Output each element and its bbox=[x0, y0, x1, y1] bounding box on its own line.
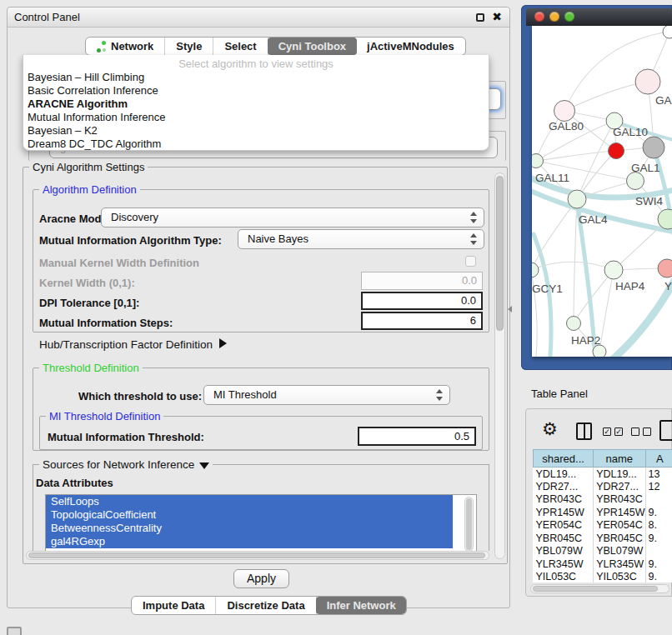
table-row[interactable]: YDR27...YDR27...12 bbox=[534, 480, 672, 493]
tab-jactivemnodules[interactable]: jActiveMNodules bbox=[356, 38, 465, 55]
graph-node[interactable] bbox=[593, 345, 606, 357]
sources-group-title[interactable]: Sources for Network Inference bbox=[39, 458, 213, 471]
node-label: GCY1 bbox=[532, 282, 563, 295]
combo-stepper-icon bbox=[435, 389, 443, 401]
checked-checkbox-icon[interactable]: ✓ bbox=[603, 428, 611, 436]
graph-node-hap2[interactable] bbox=[567, 317, 581, 331]
algorithm-option[interactable]: Basic Correlation Inference bbox=[23, 84, 489, 98]
table-row[interactable]: YPR145WYPR145W9. bbox=[534, 506, 672, 519]
table-horizontal-scrollbar[interactable] bbox=[530, 584, 669, 593]
node-label: GAL4 bbox=[579, 213, 608, 226]
graph-node-swi4[interactable] bbox=[658, 209, 672, 229]
gear-icon[interactable]: ⚙ bbox=[542, 419, 558, 439]
algorithm-dropdown-popup: Select algorithm to view settings Bayesi… bbox=[23, 55, 489, 151]
network-canvas[interactable]: GALGAL80GAL10GAL1GAL11SWI4GAL4GCY1HAP4YH… bbox=[532, 26, 672, 357]
graph-node-gal80[interactable] bbox=[554, 101, 575, 122]
tab-infer-network[interactable]: Infer Network bbox=[316, 597, 407, 614]
hub-definition-toggle[interactable]: Hub/Transcription Factor Definition bbox=[39, 338, 227, 351]
close-traffic-icon[interactable] bbox=[534, 12, 544, 22]
node-label: SWI4 bbox=[635, 195, 663, 208]
close-icon[interactable]: ✖ bbox=[492, 10, 502, 23]
mi-algorithm-type-combo[interactable]: Naive Bayes bbox=[238, 229, 484, 249]
columns-icon[interactable] bbox=[576, 422, 592, 440]
dpi-tolerance-field[interactable]: 0.0 bbox=[361, 292, 483, 310]
settings-horizontal-scrollbar[interactable] bbox=[26, 551, 489, 560]
table-row[interactable]: YBL079WYBL079W bbox=[534, 545, 672, 558]
panel-title: Control Panel bbox=[14, 11, 80, 23]
checked-checkbox-icon[interactable]: ✓ bbox=[614, 428, 623, 436]
splitter-collapse-icon[interactable] bbox=[508, 306, 512, 312]
tab-select[interactable]: Select bbox=[213, 38, 268, 55]
tab-discretize-data[interactable]: Discretize Data bbox=[216, 597, 316, 614]
table-row[interactable]: YBR043CYBR043C bbox=[534, 493, 672, 507]
apply-button[interactable]: Apply bbox=[233, 569, 289, 588]
aracne-mode-combo[interactable]: Discovery bbox=[101, 208, 484, 228]
table-row[interactable]: YIL053CYIL053C9. bbox=[534, 571, 672, 583]
table-header-row[interactable]: shared... name A bbox=[534, 450, 672, 468]
tab-cyni-toolbox[interactable]: Cyni Toolbox bbox=[268, 38, 357, 55]
algorithm-option[interactable]: Dream8 DC_TDC Algorithm bbox=[23, 138, 489, 151]
mi-threshold-label: Mutual Information Threshold: bbox=[48, 431, 204, 443]
attribute-list-item[interactable]: TopologicalCoefficient bbox=[46, 508, 453, 522]
which-threshold-label: Which threshold to use: bbox=[78, 390, 202, 402]
algorithm-option[interactable]: Bayesian – Hill Climbing bbox=[23, 71, 489, 84]
column-name[interactable]: name bbox=[594, 450, 645, 468]
tab-network[interactable]: Network bbox=[86, 38, 165, 55]
node-table-viewport: shared... name A YDL19...YDL19...13YDR27… bbox=[533, 449, 672, 582]
list-scrollbar[interactable] bbox=[464, 497, 474, 552]
graph-node[interactable] bbox=[663, 26, 672, 38]
table-row[interactable]: YER054CYER054C8. bbox=[534, 519, 672, 532]
table-row[interactable]: YDL19...YDL19...13 bbox=[534, 468, 672, 481]
column-partial[interactable]: A bbox=[645, 450, 672, 468]
graph-node-gal1[interactable] bbox=[627, 172, 644, 190]
table-row[interactable]: YBR045CYBR045C9. bbox=[534, 532, 672, 545]
table-row[interactable]: YLR345WYLR345W9. bbox=[534, 558, 672, 571]
combo-stepper-icon bbox=[469, 233, 477, 245]
dpi-tolerance-label: DPI Tolerance [0,1]: bbox=[39, 297, 139, 309]
graph-node[interactable] bbox=[643, 137, 664, 158]
settings-vertical-scrollbar[interactable] bbox=[494, 172, 505, 559]
attribute-list-item[interactable]: gal4RGexp bbox=[46, 535, 453, 548]
zoom-traffic-icon[interactable] bbox=[564, 12, 574, 22]
mi-steps-field[interactable]: 6 bbox=[361, 312, 483, 330]
algorithm-option-list: Bayesian – Hill ClimbingBasic Correlatio… bbox=[23, 71, 489, 150]
minimized-panel-icon[interactable] bbox=[7, 627, 22, 635]
control-panel-titlebar: Control Panel ✖ bbox=[8, 8, 509, 28]
graph-node-gcy1[interactable] bbox=[532, 262, 539, 278]
float-window-icon[interactable] bbox=[476, 13, 484, 22]
kernel-width-field[interactable]: 0.0 bbox=[361, 272, 483, 290]
algorithm-option[interactable]: Bayesian – K2 bbox=[23, 124, 489, 138]
minimize-traffic-icon[interactable] bbox=[549, 12, 559, 22]
table-panel: ⚙ ✓ ✓ shared... name A YDL19...YDL19...1… bbox=[525, 408, 672, 597]
column-shared-name[interactable]: shared... bbox=[534, 450, 594, 468]
nodes[interactable] bbox=[532, 26, 672, 357]
attribute-list-item[interactable]: BetweennessCentrality bbox=[46, 522, 453, 535]
manual-kernel-checkbox[interactable] bbox=[465, 256, 476, 267]
algorithm-option[interactable]: ARACNE Algorithm bbox=[23, 98, 489, 111]
data-attributes-label: Data Attributes bbox=[36, 477, 113, 489]
network-icon bbox=[97, 41, 107, 52]
graph-node-gal[interactable] bbox=[635, 69, 660, 94]
algorithm-option[interactable]: Mutual Information Inference bbox=[23, 111, 489, 124]
graph-node-y[interactable] bbox=[658, 259, 672, 278]
combo-stepper-icon bbox=[469, 212, 477, 223]
node-table[interactable]: shared... name A YDL19...YDL19...13YDR27… bbox=[533, 449, 672, 582]
mi-algorithm-type-label: Mutual Information Algorithm Type: bbox=[39, 234, 222, 247]
which-threshold-combo[interactable]: MI Threshold bbox=[203, 385, 450, 405]
unchecked-checkbox-icon[interactable] bbox=[631, 428, 639, 436]
node-label: GAL11 bbox=[535, 172, 569, 184]
tab-impute-data[interactable]: Impute Data bbox=[132, 597, 216, 614]
data-attributes-list[interactable]: SelfLoopsTopologicalCoefficientBetweenne… bbox=[45, 494, 477, 553]
algorithm-dropdown-placeholder: Select algorithm to view settings bbox=[23, 55, 489, 71]
graph-node-gal11[interactable] bbox=[532, 154, 544, 168]
kernel-width-label: Kernel Width (0,1): bbox=[39, 277, 135, 289]
graph-node[interactable] bbox=[609, 143, 624, 159]
graph-node-gal4[interactable] bbox=[568, 190, 586, 208]
mi-threshold-field[interactable]: 0.5 bbox=[358, 427, 476, 446]
table-file-icon[interactable] bbox=[659, 420, 672, 441]
tab-style[interactable]: Style bbox=[165, 38, 213, 55]
attribute-list-item[interactable]: SelfLoops bbox=[46, 495, 453, 508]
graph-node-hap4[interactable] bbox=[604, 261, 623, 279]
unchecked-checkbox-icon[interactable] bbox=[643, 428, 651, 436]
network-window-titlebar bbox=[526, 8, 672, 26]
